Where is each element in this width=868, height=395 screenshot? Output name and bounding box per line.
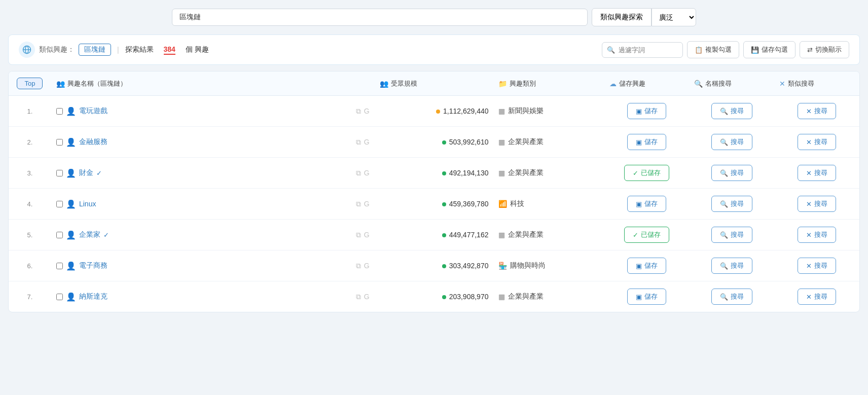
similar-search-button[interactable]: ✕ 搜尋	[798, 165, 836, 181]
google-icon[interactable]: G	[364, 138, 370, 147]
globe-icon	[19, 42, 35, 58]
similar-search-button[interactable]: ✕ 搜尋	[798, 227, 836, 243]
interest-name-link[interactable]: 電子商務	[79, 261, 107, 270]
interest-name-cell: 👤電子商務⧉G	[51, 250, 375, 281]
name-search-button[interactable]: 🔍 搜尋	[711, 289, 752, 305]
already-saved-button[interactable]: ✓ 已儲存	[624, 165, 669, 181]
info-bar: 類似興趣： 區塊鏈 | 探索結果 384 個 興趣 🔍 📋 複製勾選 💾 儲存勾…	[8, 34, 860, 65]
interest-name-link[interactable]: 企業家	[79, 230, 100, 239]
save-selected-button[interactable]: 💾 儲存勾選	[743, 41, 795, 58]
col-interest-name: 👥 興趣名稱（區塊鏈）	[51, 71, 375, 96]
audience-dot	[442, 202, 446, 206]
similar-search-cell: ✕ 搜尋	[774, 250, 859, 281]
save-cell: ▣ 儲存	[604, 96, 690, 127]
row-number: 3.	[9, 158, 51, 189]
copy-selected-button[interactable]: 📋 複製勾選	[687, 41, 739, 58]
copy-icon[interactable]: ⧉	[356, 231, 361, 239]
similar-search-cell: ✕ 搜尋	[774, 220, 859, 250]
interest-name-link[interactable]: 金融服務	[79, 137, 107, 147]
category-icon: ▦	[498, 138, 505, 146]
copy-icon[interactable]: ⧉	[356, 262, 361, 270]
search-scope-select[interactable]: 廣泛 精確 相關	[652, 8, 696, 26]
already-saved-button[interactable]: ✓ 已儲存	[624, 227, 669, 243]
person-icon: 👤	[66, 230, 76, 240]
cross-icon-header: ✕	[779, 80, 785, 88]
google-icon[interactable]: G	[364, 231, 370, 239]
similar-search-button[interactable]: ✕ 搜尋	[798, 196, 836, 212]
result-text-pre: 探索結果	[125, 45, 154, 54]
cross-icon: ✕	[806, 231, 812, 239]
save-icon-header: ☁	[609, 80, 617, 88]
category-label: 新聞與娛樂	[508, 106, 544, 116]
save-icon: ▣	[636, 138, 642, 146]
row-checkbox[interactable]	[56, 232, 63, 238]
row-checkbox[interactable]	[56, 108, 63, 115]
row-checkbox[interactable]	[56, 139, 63, 146]
category-icon: 🏪	[498, 262, 507, 270]
similar-search-button[interactable]: ✕ 搜尋	[798, 258, 836, 274]
table-row: 3.👤財金 ✓⧉G492,194,130▦企業與產業✓ 已儲存🔍 搜尋✕ 搜尋	[9, 158, 859, 189]
people-icon-header: 👥	[56, 80, 65, 88]
name-search-button[interactable]: 🔍 搜尋	[711, 134, 752, 150]
similar-search-button[interactable]: ✕ 搜尋	[798, 134, 836, 150]
google-icon[interactable]: G	[364, 107, 370, 116]
table-row: 5.👤企業家 ✓⧉G449,477,162▦企業與產業✓ 已儲存🔍 搜尋✕ 搜尋	[9, 220, 859, 250]
save-button[interactable]: ▣ 儲存	[627, 103, 666, 119]
name-search-button[interactable]: 🔍 搜尋	[711, 258, 752, 274]
copy-icon[interactable]: ⧉	[356, 293, 361, 301]
toggle-display-button[interactable]: ⇄ 切換顯示	[800, 41, 849, 58]
row-checkbox[interactable]	[56, 294, 63, 300]
row-checkbox[interactable]	[56, 201, 63, 207]
row-number: 2.	[9, 127, 51, 158]
saved-checkmark: ✓	[103, 231, 109, 239]
google-icon[interactable]: G	[364, 169, 370, 177]
name-search-cell: 🔍 搜尋	[689, 250, 774, 281]
save-button[interactable]: ▣ 儲存	[627, 134, 666, 150]
col-top[interactable]: Top	[9, 71, 51, 96]
similar-search-button[interactable]: ✕ 搜尋	[798, 103, 836, 119]
google-icon[interactable]: G	[364, 293, 370, 301]
main-search-input[interactable]: 區塊鏈	[172, 9, 588, 26]
save-button[interactable]: ▣ 儲存	[627, 196, 666, 212]
copy-icon[interactable]: ⧉	[356, 138, 361, 147]
interest-name-cell: 👤納斯達克⧉G	[51, 281, 375, 312]
row-checkbox[interactable]	[56, 263, 63, 269]
interest-name-link[interactable]: 納斯達克	[79, 292, 107, 301]
person-icon: 👤	[66, 137, 76, 147]
interest-name-link[interactable]: Linux	[79, 200, 96, 208]
save-button[interactable]: ▣ 儲存	[627, 289, 666, 305]
name-search-button[interactable]: 🔍 搜尋	[711, 227, 752, 243]
row-checkbox[interactable]	[56, 170, 63, 176]
cross-icon: ✕	[806, 293, 812, 301]
interests-table: Top 👥 興趣名稱（區塊鏈） 👥 受眾規模	[8, 71, 860, 312]
similar-search-cell: ✕ 搜尋	[774, 158, 859, 189]
save-button[interactable]: ▣ 儲存	[627, 258, 666, 274]
copy-icon[interactable]: ⧉	[356, 200, 361, 208]
name-search-button[interactable]: 🔍 搜尋	[711, 165, 752, 181]
name-search-button[interactable]: 🔍 搜尋	[711, 103, 752, 119]
similar-search-button[interactable]: ✕ 搜尋	[798, 289, 836, 305]
person-icon: 👤	[66, 168, 76, 178]
top-button[interactable]: Top	[17, 78, 43, 89]
interest-name-link[interactable]: 財金	[79, 168, 93, 177]
category-cell: ▦企業與產業	[493, 281, 604, 312]
similar-search-cell: ✕ 搜尋	[774, 96, 859, 127]
category-label: 企業與產業	[508, 292, 544, 301]
folder-icon-header: 📁	[498, 80, 507, 88]
copy-icon[interactable]: ⧉	[356, 107, 361, 116]
search-type-button[interactable]: 類似興趣探索	[592, 8, 652, 26]
audience-size-cell: 1,112,629,440	[375, 96, 494, 127]
cross-icon: ✕	[806, 107, 812, 115]
audience-size-cell: 492,194,130	[375, 158, 494, 189]
google-icon[interactable]: G	[364, 262, 370, 270]
interest-name-link[interactable]: 電玩遊戲	[79, 106, 107, 116]
copy-icon[interactable]: ⧉	[356, 169, 361, 177]
search-icon: 🔍	[720, 200, 728, 208]
audience-number: 203,908,970	[449, 293, 489, 301]
search-icon: 🔍	[720, 138, 728, 146]
google-icon[interactable]: G	[364, 200, 370, 208]
name-search-button[interactable]: 🔍 搜尋	[711, 196, 752, 212]
row-number: 1.	[9, 96, 51, 127]
cross-icon: ✕	[806, 262, 812, 270]
similar-search-cell: ✕ 搜尋	[774, 189, 859, 220]
